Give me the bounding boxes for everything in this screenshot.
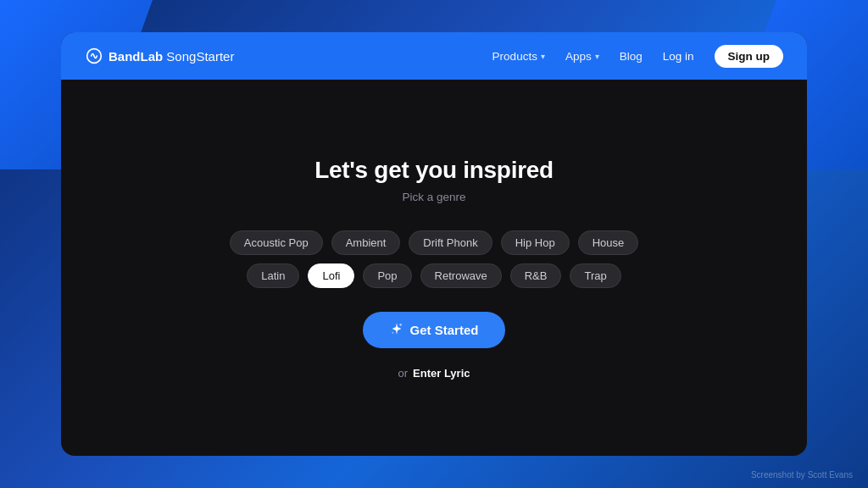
genre-row-2: Latin Lofi Pop Retrowave R&B Trap [247, 263, 620, 288]
genre-grid: Acoustic Pop Ambient Drift Phonk Hip Hop… [230, 230, 638, 288]
svg-point-1 [399, 324, 402, 326]
headline: Let's get you inspired [314, 157, 554, 184]
nav-apps[interactable]: Apps ▾ [565, 50, 599, 63]
enter-lyric-link[interactable]: Enter Lyric [413, 367, 470, 380]
get-started-button[interactable]: Get Started [363, 312, 506, 348]
genre-row-1: Acoustic Pop Ambient Drift Phonk Hip Hop… [230, 230, 638, 255]
main-content: Let's get you inspired Pick a genre Acou… [61, 80, 807, 456]
chevron-down-icon: ▾ [595, 52, 599, 61]
genre-chip-acoustic-pop[interactable]: Acoustic Pop [230, 230, 323, 255]
nav-products[interactable]: Products ▾ [492, 50, 545, 63]
genre-chip-lofi[interactable]: Lofi [308, 263, 354, 288]
main-card: BandLab SongStarter Products ▾ Apps ▾ Bl… [61, 32, 807, 456]
nav-blog[interactable]: Blog [620, 50, 643, 63]
brand-text: BandLab SongStarter [108, 49, 234, 64]
chevron-down-icon: ▾ [541, 52, 545, 61]
sparkle-icon [390, 322, 403, 338]
brand: BandLab SongStarter [85, 47, 234, 65]
screenshot-credit: Screenshot by Scott Evans [751, 470, 853, 480]
navbar: BandLab SongStarter Products ▾ Apps ▾ Bl… [61, 32, 807, 80]
login-button[interactable]: Log in [663, 50, 694, 63]
genre-chip-ambient[interactable]: Ambient [331, 230, 401, 255]
bandlab-logo-icon [85, 47, 103, 65]
svg-point-2 [392, 331, 393, 333]
genre-chip-drift-phonk[interactable]: Drift Phonk [409, 230, 492, 255]
genre-chip-rnb[interactable]: R&B [510, 263, 562, 288]
genre-chip-pop[interactable]: Pop [363, 263, 411, 288]
enter-lyric-row: or Enter Lyric [398, 367, 470, 380]
genre-chip-latin[interactable]: Latin [247, 263, 299, 288]
genre-chip-hip-hop[interactable]: Hip Hop [501, 230, 570, 255]
genre-chip-house[interactable]: House [578, 230, 639, 255]
genre-chip-trap[interactable]: Trap [570, 263, 620, 288]
genre-chip-retrowave[interactable]: Retrowave [420, 263, 502, 288]
signup-button[interactable]: Sign up [715, 45, 784, 68]
navbar-nav: Products ▾ Apps ▾ Blog Log in Sign up [492, 45, 783, 68]
subtitle: Pick a genre [402, 191, 465, 203]
or-text: or [398, 367, 409, 380]
